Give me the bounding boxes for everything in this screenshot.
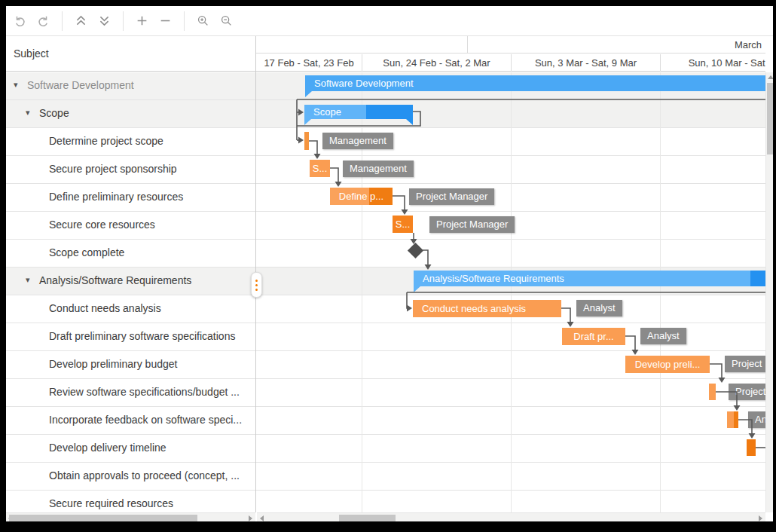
task-label: Determine project scope — [49, 135, 163, 147]
task-label: Analysis/Software Requirements — [39, 274, 191, 286]
task-row-scope-complete[interactable]: Scope complete — [6, 240, 255, 268]
scroll-up-icon[interactable] — [768, 75, 773, 79]
chart-horizontal-scrollbar-thumb[interactable] — [339, 515, 396, 521]
collapse-chevron-icon[interactable]: ▾ — [26, 275, 30, 285]
toolbar-separator — [123, 11, 124, 31]
vertical-scrollbar-thumb[interactable] — [767, 83, 773, 154]
splitter-dot-icon — [255, 280, 258, 282]
dependency-line — [738, 420, 752, 435]
main-area: Subject ▾Software Development▾ScopeDeter… — [6, 36, 773, 512]
dependency-arrowhead-icon — [749, 433, 756, 439]
toolbar — [6, 6, 773, 36]
collapse-all-icon — [75, 14, 87, 27]
task-row-obtain-approvals-to-proceed-concept[interactable]: Obtain approvals to proceed (concept, ..… — [6, 463, 255, 491]
zoom-in-button[interactable] — [193, 11, 213, 32]
month-label: March — [735, 39, 762, 50]
subject-column-header[interactable]: Subject — [6, 36, 255, 72]
splitter-dot-icon — [255, 284, 258, 286]
task-row-review-software-specifications-budget[interactable]: Review software specifications/budget ..… — [6, 379, 255, 407]
zoom-in-icon — [197, 14, 209, 27]
task-row-incorporate-feedback-on-software-speci[interactable]: Incorporate feedback on software speci..… — [6, 407, 255, 435]
undo-button[interactable] — [10, 11, 30, 32]
collapse-chevron-icon[interactable]: ▾ — [14, 80, 18, 90]
week-header-cell: Sun, 3 Mar - Sat, 9 Mar — [511, 54, 660, 72]
grid-horizontal-scrollbar[interactable] — [6, 512, 255, 521]
dependency-line — [625, 336, 635, 351]
dependency-line — [309, 141, 317, 155]
dependency-line — [393, 196, 405, 211]
timeline-week-row: 17 Feb - Sat, 23 FebSun, 24 Feb - Sat, 2… — [256, 54, 765, 72]
task-label: Develop preliminary budget — [49, 358, 177, 370]
gantt-chart-body: Software DevelopmentScopeS...Define p...… — [256, 72, 765, 512]
gantt-application-window: Subject ▾Software Development▾ScopeDeter… — [6, 6, 773, 521]
scroll-left-icon[interactable] — [260, 515, 264, 521]
dependency-arrowhead-icon — [402, 209, 408, 215]
task-label: Secure project sponsorship — [49, 163, 177, 175]
month-header-cell — [256, 36, 467, 54]
toolbar-separator — [62, 11, 63, 31]
dependency-arrowhead-icon — [734, 405, 741, 411]
task-label: Scope complete — [49, 246, 124, 258]
chart-horizontal-scrollbar[interactable] — [257, 512, 765, 521]
remove-task-button[interactable] — [155, 11, 176, 32]
task-row-software-development[interactable]: ▾Software Development — [6, 72, 255, 100]
collapse-all-button[interactable] — [71, 11, 91, 32]
task-label: Scope — [39, 107, 69, 119]
subject-column-header-label: Subject — [14, 47, 49, 60]
toolbar-separator — [184, 11, 185, 31]
add-task-button[interactable] — [132, 11, 152, 32]
task-label: Define preliminary resources — [49, 191, 183, 203]
task-row-conduct-needs-analysis[interactable]: Conduct needs analysis — [6, 295, 255, 323]
task-row-secure-project-sponsorship[interactable]: Secure project sponsorship — [6, 156, 255, 184]
dependency-arrowhead-icon — [407, 305, 412, 312]
task-label: Draft preliminary software specification… — [49, 330, 235, 342]
dependency-arrowhead-icon — [719, 378, 726, 383]
task-row-define-preliminary-resources[interactable]: Define preliminary resources — [6, 184, 255, 212]
task-row-analysis-software-requirements[interactable]: ▾Analysis/Software Requirements — [6, 268, 255, 295]
task-row-develop-preliminary-budget[interactable]: Develop preliminary budget — [6, 351, 255, 379]
vertical-scrollbar[interactable] — [765, 72, 773, 512]
week-header-cell: 17 Feb - Sat, 23 Feb — [256, 54, 362, 72]
dependency-arrowhead-icon — [425, 264, 432, 270]
expand-all-button[interactable] — [94, 11, 115, 32]
screenshot-frame: Subject ▾Software Development▾ScopeDeter… — [0, 0, 776, 532]
dependency-line — [561, 308, 570, 323]
task-row-draft-preliminary-software-specifications[interactable]: Draft preliminary software specification… — [6, 323, 255, 351]
task-grid-rows: ▾Software Development▾ScopeDetermine pro… — [6, 72, 255, 512]
add-task-icon — [136, 14, 148, 27]
task-row-secure-core-resources[interactable]: Secure core resources — [6, 212, 255, 240]
task-label: Secure required resources — [49, 497, 173, 509]
scroll-right-icon[interactable] — [759, 515, 762, 521]
dependency-line — [423, 250, 428, 266]
dependency-arrowhead-icon — [411, 239, 417, 244]
redo-button[interactable] — [33, 11, 53, 32]
redo-icon — [37, 14, 50, 27]
month-header-cell: March — [467, 36, 765, 54]
undo-icon — [14, 14, 26, 27]
collapse-chevron-icon[interactable]: ▾ — [26, 108, 30, 118]
week-header-cell: Sun, 10 Mar - Sat, 16 — [660, 54, 765, 72]
zoom-out-button[interactable] — [216, 11, 237, 32]
grid-horizontal-scrollbar-thumb[interactable] — [9, 515, 197, 521]
task-row-determine-project-scope[interactable]: Determine project scope — [6, 128, 255, 156]
dependency-arrowhead-icon — [314, 154, 321, 159]
dependency-line — [716, 392, 737, 407]
task-row-secure-required-resources[interactable]: Secure required resources — [6, 491, 255, 512]
panel-splitter-handle[interactable] — [251, 272, 262, 298]
dependency-arrowhead-icon — [632, 350, 639, 355]
dependency-arrowhead-icon — [298, 109, 304, 116]
zoom-out-icon — [220, 14, 233, 27]
task-label: Review software specifications/budget ..… — [49, 386, 240, 398]
dependency-line — [710, 364, 722, 379]
week-header-cell: Sun, 24 Feb - Sat, 2 Mar — [362, 54, 511, 72]
expand-all-icon — [98, 14, 111, 27]
task-row-scope[interactable]: ▾Scope — [6, 100, 255, 128]
scroll-right-icon[interactable] — [249, 515, 252, 521]
dependency-line — [330, 168, 338, 183]
dependency-arrowhead-icon — [335, 182, 342, 187]
horizontal-scrollbar-zone — [6, 512, 773, 521]
gantt-chart-panel: March 17 Feb - Sat, 23 FebSun, 24 Feb - … — [256, 36, 765, 512]
dependency-arrowhead-icon — [567, 322, 574, 327]
task-row-develop-delivery-timeline[interactable]: Develop delivery timeline — [6, 435, 255, 463]
task-label: Software Development — [27, 79, 134, 91]
